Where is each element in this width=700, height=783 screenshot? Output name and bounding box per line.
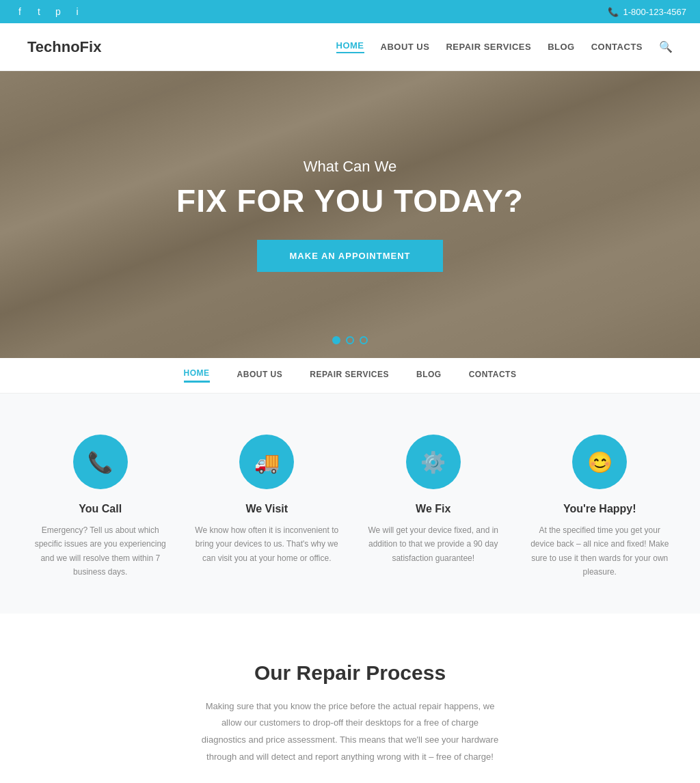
logo[interactable]: TechnoFix [27, 38, 101, 56]
repair-process-desc: Making sure that you know the price befo… [200, 698, 500, 766]
sec-nav-about[interactable]: ABOUT US [237, 370, 283, 382]
nav-home[interactable]: HOME [336, 40, 364, 53]
hero-title: FIX FOR YOU TODAY? [176, 182, 524, 219]
happy-icon-circle: 😊 [572, 435, 627, 489]
feature-fix-desc: We will get your device fixed, and in ad… [360, 523, 507, 565]
nav-blog[interactable]: BLOG [548, 42, 575, 52]
phone-number: 📞 1-800-123-4567 [608, 7, 686, 17]
nav-repair-services[interactable]: REPAIR SERVICES [446, 42, 531, 52]
feature-call: 📞 You Call Emergency? Tell us about whic… [27, 435, 174, 579]
feature-happy-title: You're Happy! [527, 503, 673, 515]
feature-visit: 🚚 We Visit We know how often it is incon… [194, 435, 340, 579]
feature-happy-desc: At the specified time you get your devic… [527, 523, 673, 579]
sec-nav-contacts[interactable]: CONTACTS [469, 370, 517, 382]
secondary-nav: HOME ABOUT US REPAIR SERVICES BLOG CONTA… [0, 358, 700, 394]
visit-icon-circle: 🚚 [239, 435, 294, 489]
hero-content: What Can We FIX FOR YOU TODAY? MAKE AN A… [176, 158, 524, 272]
hero-dots [332, 336, 368, 344]
facebook-icon[interactable]: f [14, 5, 26, 18]
features-grid: 📞 You Call Emergency? Tell us about whic… [27, 435, 673, 579]
sec-nav-blog[interactable]: BLOG [416, 370, 442, 382]
fix-icon-circle: ⚙️ [406, 435, 461, 489]
feature-fix-title: We Fix [360, 503, 507, 515]
dot-1[interactable] [332, 336, 340, 344]
twitter-icon[interactable]: t [33, 5, 45, 18]
feature-visit-desc: We know how often it is inconvenient to … [194, 523, 340, 565]
feature-happy: 😊 You're Happy! At the specified time yo… [527, 435, 673, 579]
hero-subtitle: What Can We [176, 158, 524, 176]
dot-2[interactable] [346, 336, 354, 344]
repair-process-title: Our Repair Process [27, 661, 673, 685]
pinterest-icon[interactable]: p [52, 5, 64, 18]
appointment-button[interactable]: MAKE AN APPOINTMENT [257, 240, 444, 272]
feature-call-title: You Call [27, 503, 174, 515]
instagram-icon[interactable]: i [71, 5, 83, 18]
sec-nav-repair-services[interactable]: REPAIR SERVICES [310, 370, 389, 382]
feature-call-desc: Emergency? Tell us about which specific … [27, 523, 174, 579]
features-section: 📞 You Call Emergency? Tell us about whic… [0, 394, 700, 614]
repair-process-section: Our Repair Process Making sure that you … [0, 614, 700, 783]
main-nav-links: HOME ABOUT US REPAIR SERVICES BLOG CONTA… [336, 40, 673, 53]
nav-about[interactable]: ABOUT US [381, 42, 430, 52]
dot-3[interactable] [360, 336, 368, 344]
sec-nav-home[interactable]: HOME [184, 368, 210, 383]
hero-section: What Can We FIX FOR YOU TODAY? MAKE AN A… [0, 71, 700, 358]
phone-icon: 📞 [608, 7, 619, 17]
main-nav: TechnoFix HOME ABOUT US REPAIR SERVICES … [0, 23, 700, 71]
feature-fix: ⚙️ We Fix We will get your device fixed,… [360, 435, 507, 579]
top-bar: f t p i 📞 1-800-123-4567 [0, 0, 700, 23]
feature-visit-title: We Visit [194, 503, 340, 515]
call-icon-circle: 📞 [73, 435, 128, 489]
social-links: f t p i [14, 5, 83, 18]
nav-contacts[interactable]: CONTACTS [591, 42, 643, 52]
search-icon[interactable]: 🔍 [659, 40, 673, 53]
